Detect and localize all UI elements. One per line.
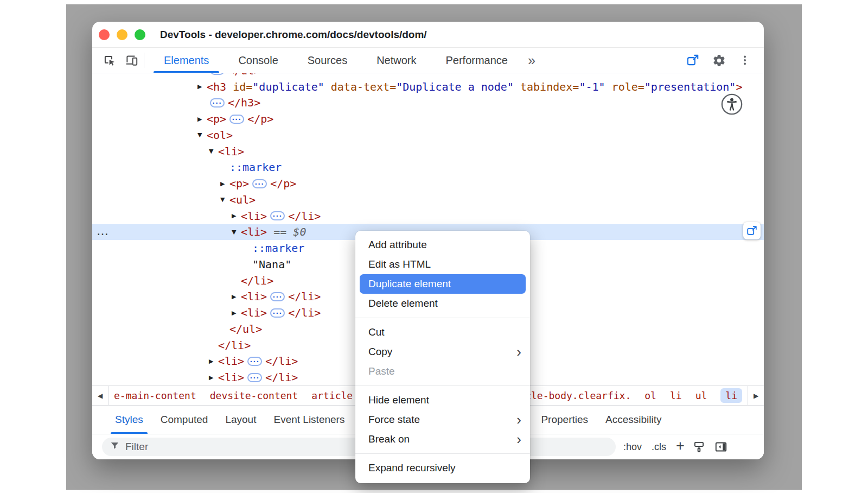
disclosure-right-icon[interactable]: ▶ [209,358,218,365]
disclosure-right-icon[interactable]: ▶ [232,212,241,219]
expand-inline-icon[interactable]: ··· [247,373,262,382]
dom-tree-row[interactable]: ▶<p>···</p> [92,175,764,192]
breadcrumb-scroll-right-icon[interactable]: ▶ [748,386,764,405]
minimize-window-button[interactable] [117,29,127,40]
expand-inline-icon[interactable]: ··· [270,211,285,220]
breadcrumb-item-article[interactable]: article [311,390,353,401]
code-token: </li> [288,290,321,303]
tab-elements[interactable]: Elements [149,48,224,73]
expand-inline-icon[interactable]: ··· [270,292,285,301]
dom-tree-row[interactable]: ▶<p>···</p> [92,111,764,127]
breadcrumb-item-ol[interactable]: ol [644,390,656,401]
menu-item-add-attribute[interactable]: Add attribute [355,235,530,255]
paint-roller-icon[interactable] [692,440,706,454]
menu-item-duplicate-element[interactable]: Duplicate element [360,274,526,294]
disclosure-down-icon[interactable]: ▼ [232,229,241,236]
breadcrumb-item-devsite-content[interactable]: devsite-content [210,390,298,401]
menu-item-force-state[interactable]: Force state› [355,410,530,429]
disclosure-down-icon[interactable]: ▼ [197,131,207,138]
tab-network[interactable]: Network [362,48,431,73]
menu-item-delete-element[interactable]: Delete element [355,294,530,313]
code-token: </ul> [228,73,260,77]
menu-item-break-on[interactable]: Break on› [355,429,530,449]
disclosure-right-icon[interactable]: ▶ [232,309,241,317]
dom-tree-row[interactable]: ···</h3> [92,95,764,111]
disclosure-right-icon[interactable]: ▶ [197,116,207,123]
tab-properties[interactable]: Properties [532,406,597,434]
accessibility-icon[interactable] [720,93,743,116]
dom-tree-row[interactable]: ▼<li> [92,143,764,160]
context-menu: Add attributeEdit as HTMLDuplicate eleme… [355,231,530,483]
code-token: </li> [288,210,321,223]
breadcrumb-scroll-left-icon[interactable]: ◀ [92,386,108,405]
tab-event-listeners[interactable]: Event Listeners [265,406,353,434]
disclosure-right-icon[interactable]: ▶ [209,374,218,381]
menu-item-paste[interactable]: Paste [355,362,530,381]
submenu-chevron-icon: › [516,432,521,446]
tab-console[interactable]: Console [224,48,292,73]
more-tabs-icon[interactable]: » [522,48,541,73]
code-token: <li> [241,290,267,303]
code-token: tabindex= [514,80,579,93]
close-window-button[interactable] [99,29,110,40]
menu-item-collapse-children[interactable]: Collapse children [355,478,530,483]
toggle-sidebar-icon[interactable] [714,440,728,454]
dom-tree-row[interactable]: ▶<h3 id="duplicate" data-text="Duplicate… [92,79,764,95]
toolbar-tabs: ElementsConsoleSourcesNetworkPerformance [149,48,522,73]
toggle-element-state-button[interactable]: :hov [623,441,642,453]
code-token: ::marker [252,242,304,255]
breadcrumb-item-li[interactable]: li [670,390,682,401]
disclosure-right-icon[interactable]: ▶ [220,180,229,187]
disclosure-right-icon[interactable]: ▶ [197,83,207,90]
settings-gear-icon[interactable] [710,51,728,69]
menu-item-edit-as-html[interactable]: Edit as HTML [355,255,530,274]
dom-tree-row[interactable]: ▶<li>···</li> [92,208,764,224]
zoom-window-button[interactable] [135,29,145,40]
code-token: role= [605,80,644,93]
menu-item-expand-recursively[interactable]: Expand recursively [355,458,530,478]
menu-separator [355,453,530,454]
dom-tree-row[interactable]: ▼<ul> [92,192,764,208]
menu-item-label: Break on [368,433,410,445]
menu-item-label: Hide element [368,394,429,406]
breadcrumb-item-li[interactable]: li [720,388,742,403]
code-token: <li> [241,306,267,319]
expand-inline-icon[interactable]: ··· [252,179,267,188]
expand-inline-icon[interactable]: ··· [270,308,285,318]
breadcrumbs-left: e-main-contentdevsite-contentarticle [108,390,358,401]
square-arrow-badge-icon[interactable] [743,222,761,239]
dom-tree-row[interactable]: ▼<ol> [92,127,764,143]
new-style-rule-button[interactable]: + [676,438,685,454]
disclosure-down-icon[interactable]: ▼ [209,148,218,155]
device-toolbar-icon[interactable] [123,51,141,69]
inspect-icon[interactable] [100,51,118,69]
tab-accessibility[interactable]: Accessibility [597,406,670,434]
code-token: </h3> [228,96,260,109]
tab-layout[interactable]: Layout [216,406,265,434]
menu-item-hide-element[interactable]: Hide element [355,390,530,410]
square-arrow-icon[interactable] [684,51,702,69]
expand-inline-icon[interactable]: ··· [210,98,225,108]
breadcrumb-item-ul[interactable]: ul [695,390,707,401]
disclosure-right-icon[interactable]: ▶ [232,293,241,300]
expand-inline-icon[interactable]: ··· [229,115,244,124]
row-overflow-icon[interactable]: … [97,224,109,238]
expand-inline-icon[interactable]: ··· [210,73,225,75]
code-token: <li> [218,371,244,384]
disclosure-down-icon[interactable]: ▼ [220,196,229,203]
code-token: <ul> [229,193,256,206]
dom-tree-row[interactable]: ::marker [92,160,764,176]
tab-sources[interactable]: Sources [293,48,362,73]
menu-item-copy[interactable]: Copy› [355,342,530,362]
element-classes-button[interactable]: .cls [652,441,666,453]
menu-item-label: Expand recursively [368,462,456,474]
more-vert-icon[interactable] [736,51,754,69]
breadcrumb-item-e-main-content[interactable]: e-main-content [114,390,196,401]
code-token: <li> [218,355,244,368]
tab-computed[interactable]: Computed [152,406,217,434]
dom-tree-row[interactable]: ···</ul> [92,73,764,79]
expand-inline-icon[interactable]: ··· [247,357,262,366]
menu-item-cut[interactable]: Cut [355,323,530,342]
tab-performance[interactable]: Performance [431,48,523,73]
tab-styles[interactable]: Styles [106,406,152,434]
